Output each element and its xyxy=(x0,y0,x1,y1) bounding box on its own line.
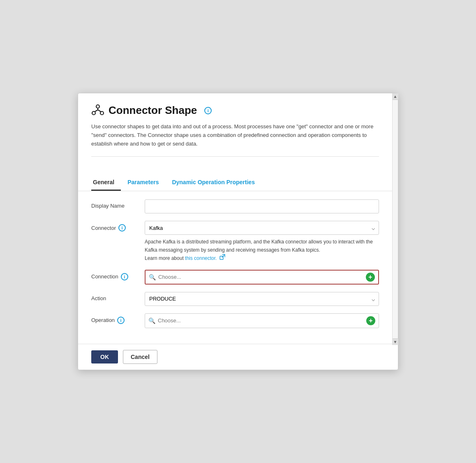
connector-shape-dialog: ▲ ▼ Connector Shape i xyxy=(78,93,398,370)
operation-info-icon[interactable]: i xyxy=(117,317,125,324)
connector-row: Connector i Kafka ⌵ Apache Kafka is a di… xyxy=(91,221,379,262)
scroll-down-button[interactable]: ▼ xyxy=(393,338,398,345)
connector-select-wrapper: Kafka ⌵ xyxy=(145,221,379,235)
ok-button[interactable]: OK xyxy=(91,350,118,363)
action-select[interactable]: PRODUCE xyxy=(145,292,379,306)
operation-search-icon: 🔍 xyxy=(148,317,155,324)
operation-row: Operation i 🔍 + xyxy=(91,313,379,328)
connection-label: Connection i xyxy=(91,270,145,280)
kafka-connector-link[interactable]: this connector. xyxy=(185,255,217,261)
kafka-description: Apache Kafka is a distributed streaming … xyxy=(145,238,379,262)
title-row: Connector Shape i xyxy=(91,103,379,118)
form-section: Display Name Connector i Kafka ⌵ Apa xyxy=(78,191,398,344)
connector-label: Connector i xyxy=(91,221,145,232)
footer-section: OK Cancel xyxy=(78,344,398,370)
tab-parameters[interactable]: Parameters xyxy=(121,175,165,191)
connection-search-icon: 🔍 xyxy=(149,274,156,280)
svg-point-0 xyxy=(96,105,99,108)
operation-add-button[interactable]: + xyxy=(366,316,375,325)
main-content: Connector Shape i Use connector shapes t… xyxy=(78,93,398,167)
description-text: Use connector shapes to get data into an… xyxy=(91,123,379,148)
connection-field: 🔍 + xyxy=(145,270,379,285)
operation-search-input[interactable] xyxy=(158,317,366,324)
title-info-icon[interactable]: i xyxy=(204,107,212,114)
connector-select[interactable]: Kafka xyxy=(145,221,379,235)
tabs-section: General Parameters Dynamic Operation Pro… xyxy=(78,175,398,191)
external-link-icon xyxy=(220,254,225,260)
connector-info-icon[interactable]: i xyxy=(118,224,126,232)
action-select-wrapper: PRODUCE ⌵ xyxy=(145,292,379,306)
scrollbar[interactable]: ▲ ▼ xyxy=(392,93,398,345)
connection-row: Connection i 🔍 + xyxy=(91,270,379,285)
svg-line-4 xyxy=(95,110,98,112)
scroll-up-button[interactable]: ▲ xyxy=(393,93,398,100)
action-field: PRODUCE ⌵ xyxy=(145,292,379,306)
display-name-label: Display Name xyxy=(91,199,145,209)
connector-field: Kafka ⌵ Apache Kafka is a distributed st… xyxy=(145,221,379,262)
connection-info-icon[interactable]: i xyxy=(121,273,128,280)
header-section: Connector Shape i Use connector shapes t… xyxy=(91,103,379,157)
operation-search-wrapper[interactable]: 🔍 + xyxy=(145,313,379,328)
cancel-button[interactable]: Cancel xyxy=(123,350,157,364)
display-name-input[interactable] xyxy=(145,199,379,213)
operation-label: Operation i xyxy=(91,313,145,324)
tab-general[interactable]: General xyxy=(91,175,121,191)
action-row: Action PRODUCE ⌵ xyxy=(91,292,379,306)
page-title: Connector Shape xyxy=(109,104,197,117)
svg-line-5 xyxy=(98,110,101,112)
action-label: Action xyxy=(91,292,145,301)
display-name-field xyxy=(145,199,379,213)
connection-search-input[interactable] xyxy=(158,274,366,280)
display-name-row: Display Name xyxy=(91,199,379,213)
tab-dynamic-operation-properties[interactable]: Dynamic Operation Properties xyxy=(165,175,261,191)
connection-add-button[interactable]: + xyxy=(366,273,375,282)
connector-shape-icon xyxy=(91,103,104,118)
connection-search-wrapper[interactable]: 🔍 + xyxy=(145,270,379,285)
scrollbar-track xyxy=(393,100,398,338)
operation-field: 🔍 + xyxy=(145,313,379,328)
